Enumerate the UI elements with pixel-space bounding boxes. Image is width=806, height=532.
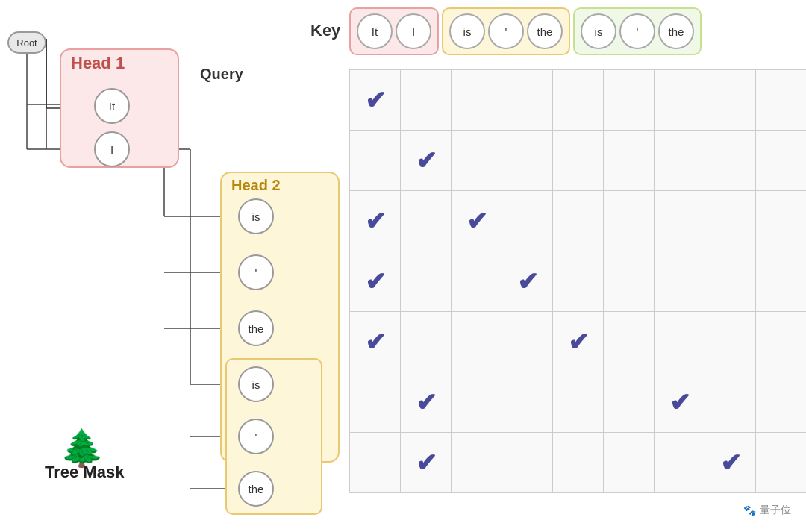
grid-cell-r5-c6: ✔ [655, 372, 705, 433]
head2-is2-label: is [252, 378, 260, 391]
grid-cell-r1-c0 [350, 131, 401, 191]
attention-grid: ✔✔✔✔✔✔✔✔✔✔✔✔ [349, 69, 806, 493]
head2-is1-node: is [238, 198, 274, 234]
grid-cell-r3-c2 [452, 251, 502, 312]
head2-is2-node: is [238, 366, 274, 402]
key-token-i: I [396, 13, 431, 49]
checkmark-r1-c1: ✔ [416, 148, 437, 173]
key-tokens-row: It I is ' the is ' [349, 7, 702, 55]
grid-cell-r4-c5 [604, 312, 655, 372]
grid-cell-r5-c4 [553, 372, 604, 433]
grid-cell-r0-c6 [655, 70, 705, 131]
grid-cell-r6-c8 [756, 433, 806, 493]
key-the2-label: the [669, 25, 684, 38]
grid-cell-r5-c2 [452, 372, 502, 433]
grid-cell-r0-c0: ✔ [350, 70, 401, 131]
grid-cell-r6-c4 [553, 433, 604, 493]
grid-cell-r4-c8 [756, 312, 806, 372]
key-yellow-group: is ' the [442, 7, 570, 55]
main-container: Root Head 1 It I Query Head 2 is ' the i… [0, 0, 806, 532]
key-token-is2: is [581, 13, 616, 49]
grid-cell-r5-c3 [502, 372, 553, 433]
grid-cell-r3-c5 [604, 251, 655, 312]
grid-cell-r0-c3 [502, 70, 553, 131]
key-token-apos2: ' [619, 13, 655, 49]
key-token-it: It [357, 13, 393, 49]
grid-cell-r3-c7 [705, 251, 756, 312]
grid-cell-r3-c3: ✔ [502, 251, 553, 312]
key-is1-label: is [463, 25, 472, 38]
grid-cell-r3-c4 [553, 251, 604, 312]
head2-the2-node: the [238, 471, 274, 507]
grid-cell-r6-c5 [604, 433, 655, 493]
grid-cell-r6-c7: ✔ [705, 433, 756, 493]
grid-cell-r1-c4 [553, 131, 604, 191]
grid-cell-r5-c7 [705, 372, 756, 433]
grid-cell-r1-c1: ✔ [401, 131, 452, 191]
checkmark-r3-c0: ✔ [365, 269, 386, 294]
grid-cell-r0-c8 [756, 70, 806, 131]
checkmark-r0-c0: ✔ [365, 87, 386, 113]
tree-mask-label: Tree Mask [45, 463, 124, 482]
head2-label: Head 2 [231, 177, 281, 194]
head2-apos1-label: ' [255, 266, 257, 279]
root-node: Root [7, 31, 46, 54]
grid-cell-r2-c1 [401, 191, 452, 251]
checkmark-r5-c1: ✔ [416, 389, 437, 415]
watermark: 🐾 量子位 [743, 504, 791, 517]
grid-cell-r4-c2 [452, 312, 502, 372]
grid-cell-r3-c0: ✔ [350, 251, 401, 312]
grid-cell-r1-c7 [705, 131, 756, 191]
grid-cell-r6-c1: ✔ [401, 433, 452, 493]
grid-cell-r5-c8 [756, 372, 806, 433]
key-token-is1: is [449, 13, 485, 49]
grid-cell-r5-c5 [604, 372, 655, 433]
grid-cell-r4-c4: ✔ [553, 312, 604, 372]
grid-cell-r2-c3 [502, 191, 553, 251]
checkmark-r6-c1: ✔ [416, 450, 437, 475]
head1-it-label: It [109, 100, 115, 113]
checkmark-r6-c7: ✔ [720, 450, 741, 475]
grid-cell-r2-c2: ✔ [452, 191, 502, 251]
grid-cell-r2-c4 [553, 191, 604, 251]
root-label: Root [16, 37, 37, 48]
checkmark-r5-c6: ✔ [669, 389, 690, 415]
grid-cell-r3-c1 [401, 251, 452, 312]
grid-cell-r0-c1 [401, 70, 452, 131]
head2-apos2-node: ' [238, 419, 274, 454]
grid-cell-r2-c5 [604, 191, 655, 251]
grid-cell-r1-c8 [756, 131, 806, 191]
query-label: Query [200, 66, 243, 83]
grid-cell-r2-c7 [705, 191, 756, 251]
head1-label: Head 1 [71, 54, 125, 73]
grid-cell-r1-c2 [452, 131, 502, 191]
grid-cell-r1-c5 [604, 131, 655, 191]
key-token-apos1: ' [488, 13, 524, 49]
grid-cell-r4-c3 [502, 312, 553, 372]
key-pink-group: It I [349, 7, 439, 55]
head2-apos1-node: ' [238, 254, 274, 290]
key-apos1-label: ' [505, 25, 507, 38]
grid-cell-r1-c3 [502, 131, 553, 191]
watermark-text: 量子位 [760, 504, 791, 517]
key-green-group: is ' the [573, 7, 702, 55]
grid-cell-r4-c1 [401, 312, 452, 372]
key-i-label: I [412, 25, 415, 38]
checkmark-r2-c0: ✔ [365, 208, 386, 234]
grid-cell-r0-c7 [705, 70, 756, 131]
key-the1-label: the [537, 25, 553, 38]
grid-cell-r0-c2 [452, 70, 502, 131]
grid-cell-r4-c6 [655, 312, 705, 372]
key-label: Key [310, 21, 340, 40]
checkmark-r2-c2: ✔ [466, 208, 487, 234]
head2-the2-label: the [249, 483, 264, 495]
checkmark-r4-c0: ✔ [365, 329, 386, 354]
key-apos2-label: ' [637, 25, 639, 38]
key-token-the1: the [527, 13, 563, 49]
key-token-the2: the [658, 13, 694, 49]
grid-cell-r4-c0: ✔ [350, 312, 401, 372]
grid-cell-r4-c7 [705, 312, 756, 372]
head2-the1-node: the [238, 310, 274, 346]
grid-cell-r5-c1: ✔ [401, 372, 452, 433]
grid-cell-r6-c2 [452, 433, 502, 493]
